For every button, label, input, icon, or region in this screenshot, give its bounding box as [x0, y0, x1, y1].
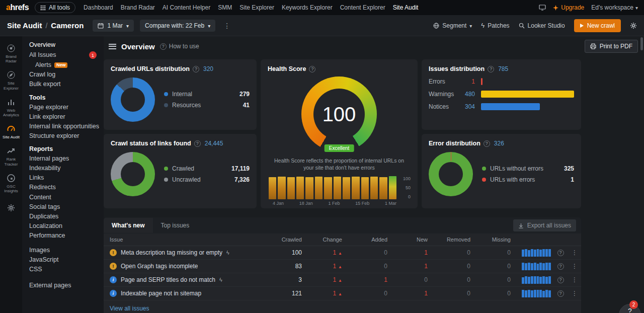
sidebar-item-crawl-log[interactable]: Crawl log [22, 70, 104, 80]
sidebar-item-redirects[interactable]: Redirects [22, 183, 104, 192]
sidebar-item-content[interactable]: Content [22, 193, 104, 202]
rail-item-web-analytics[interactable]: Web Analytics [0, 94, 22, 121]
tab-whats-new[interactable]: What's new [104, 218, 153, 233]
nav-dashboard[interactable]: Dashboard [84, 4, 113, 11]
sidebar-item-social-tags[interactable]: Social tags [22, 202, 104, 212]
scrollbar-thumb[interactable] [640, 37, 643, 50]
table-row[interactable]: Indexable page not in sitemap 121 1 0 1 … [104, 287, 581, 300]
export-all-issues-button[interactable]: Export all issues [513, 219, 576, 231]
new-crawl-button[interactable]: New crawl [574, 19, 621, 32]
sidebar-item-alerts[interactable]: AlertsNew [22, 60, 104, 70]
legend-item[interactable]: URLs with errors 1 [482, 174, 574, 185]
col-crawled[interactable]: Crawled [270, 237, 305, 243]
rail-item-gsc-insights[interactable]: GSC Insights [0, 170, 22, 197]
ahrefs-logo[interactable]: ahrefs [6, 3, 29, 12]
col-removed[interactable]: Removed [431, 237, 473, 243]
nav-content-explorer[interactable]: Content Explorer [340, 4, 385, 11]
workspace-menu[interactable]: Ed's workspace [591, 4, 638, 11]
sidebar-item-internal-link-opportunities[interactable]: Internal link opportunities [22, 122, 104, 131]
warnings-bar[interactable] [481, 91, 574, 98]
nav-keywords-explorer[interactable]: Keywords Explorer [282, 4, 333, 11]
errors-bar[interactable] [481, 78, 482, 85]
sidebar-toggle-icon[interactable] [109, 44, 116, 49]
col-new[interactable]: New [390, 237, 431, 243]
print-to-pdf-button[interactable]: Print to PDF [585, 40, 638, 53]
sidebar-item-overview[interactable]: Overview [22, 40, 104, 50]
col-change[interactable]: Change [305, 237, 345, 243]
all-tools-button[interactable]: All tools [35, 2, 75, 13]
sidebar-item-images[interactable]: Images [22, 246, 104, 255]
nav-smm[interactable]: SMM [218, 4, 232, 11]
nav-brand-radar[interactable]: Brand Radar [121, 4, 155, 11]
col-added[interactable]: Added [345, 237, 390, 243]
how-to-use-link[interactable]: How to use [160, 43, 199, 50]
rail-settings-gear-icon[interactable] [7, 204, 15, 212]
nav-site-audit[interactable]: Site Audit [393, 4, 419, 11]
question-circle-icon[interactable] [193, 66, 199, 72]
sidebar-item-structure-explorer[interactable]: Structure explorer [22, 131, 104, 141]
issue-label[interactable]: Meta description tag missing or empty [121, 249, 222, 256]
upgrade-link[interactable]: Upgrade [553, 4, 584, 11]
sidebar-item-css[interactable]: CSS [22, 265, 104, 274]
sidebar-item-all-issues[interactable]: All Issues1 [22, 50, 104, 60]
notices-count-link[interactable]: 304 [457, 103, 475, 110]
breadcrumb-root[interactable]: Site Audit [7, 21, 42, 30]
rail-item-site-audit[interactable]: Site Audit [0, 121, 22, 143]
legend-item[interactable]: URLs without errors 325 [482, 163, 574, 174]
sidebar-item-link-explorer[interactable]: Link explorer [22, 112, 104, 122]
rail-item-brand-radar[interactable]: Brand Radar [0, 40, 22, 67]
sidebar-item-indexability[interactable]: Indexability [22, 164, 104, 173]
rail-item-rank-tracker[interactable]: Rank Tracker [0, 143, 22, 170]
row-menu-icon[interactable] [568, 249, 581, 256]
sidebar-item-links[interactable]: Links [22, 173, 104, 183]
row-menu-icon[interactable] [568, 276, 581, 283]
date-picker-button[interactable]: 1 Mar [93, 20, 134, 32]
table-row[interactable]: Page and SERP titles do not match 3 1 1 … [104, 273, 581, 287]
sidebar-item-javascript[interactable]: JavaScript [22, 255, 104, 265]
question-circle-icon[interactable] [557, 263, 564, 270]
sidebar-item-bulk-export[interactable]: Bulk export [22, 80, 104, 89]
question-circle-icon[interactable] [484, 140, 490, 147]
breadcrumb-project[interactable]: Cameron [51, 21, 84, 30]
question-circle-icon[interactable] [488, 66, 494, 72]
looker-studio-button[interactable]: Looker Studio [519, 22, 565, 29]
table-row[interactable]: Meta description tag missing or empty 10… [104, 246, 581, 260]
legend-item[interactable]: Uncrawled 7,326 [164, 174, 250, 185]
col-issue[interactable]: Issue [104, 237, 270, 243]
issue-label[interactable]: Indexable page not in sitemap [121, 290, 201, 297]
sidebar-item-internal-pages[interactable]: Internal pages [22, 154, 104, 164]
question-circle-icon[interactable] [309, 66, 315, 72]
errors-count-link[interactable]: 1 [457, 78, 475, 85]
table-row[interactable]: Open Graph tags incomplete 83 1 0 1 0 0 [104, 260, 581, 273]
more-options-icon[interactable] [221, 22, 232, 30]
compare-with-button[interactable]: Compare with: 22 Feb [140, 20, 215, 32]
col-missing[interactable]: Missing [473, 237, 514, 243]
issues-total-link[interactable]: 785 [498, 65, 508, 72]
warnings-count-link[interactable]: 480 [457, 91, 475, 98]
legend-item[interactable]: Crawled 17,119 [164, 163, 250, 174]
notices-bar[interactable] [481, 103, 540, 110]
tab-top-issues[interactable]: Top issues [153, 218, 198, 233]
nav-ai-content-helper[interactable]: AI Content Helper [163, 4, 210, 11]
sidebar-item-page-explorer[interactable]: Page explorer [22, 103, 104, 112]
segment-menu[interactable]: Segment [433, 22, 472, 29]
row-menu-icon[interactable] [568, 290, 581, 297]
issue-label[interactable]: Open Graph tags incomplete [121, 263, 198, 270]
view-all-issues-link[interactable]: View all issues [110, 305, 149, 312]
question-circle-icon[interactable] [557, 277, 564, 283]
links-found-total-link[interactable]: 24,445 [205, 140, 223, 147]
sidebar-item-duplicates[interactable]: Duplicates [22, 212, 104, 221]
question-circle-icon[interactable] [557, 290, 564, 297]
settings-gear-icon[interactable] [630, 22, 637, 29]
row-menu-icon[interactable] [568, 263, 581, 270]
error-total-link[interactable]: 326 [494, 140, 504, 147]
legend-item[interactable]: Resources 41 [164, 100, 250, 111]
rail-item-site-explorer[interactable]: Site Explorer [0, 67, 22, 94]
patches-button[interactable]: Patches [481, 22, 509, 29]
legend-item[interactable]: Internal 279 [164, 89, 250, 100]
display-icon[interactable] [539, 5, 546, 11]
question-circle-icon[interactable] [194, 140, 201, 147]
sidebar-item-external-pages[interactable]: External pages [22, 281, 104, 290]
crawled-urls-total-link[interactable]: 320 [203, 65, 213, 72]
sidebar-item-performance[interactable]: Performance [22, 231, 104, 241]
